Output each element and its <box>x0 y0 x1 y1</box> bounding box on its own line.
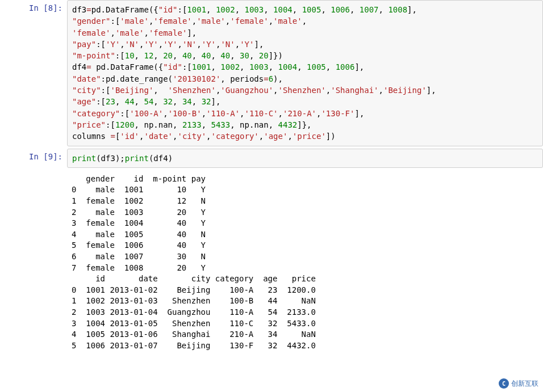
code-input-8[interactable]: df3=pd.DataFrame({"id":[1001, 1002, 1003… <box>67 0 543 146</box>
output-cell-9: gender id m-point pay 0 male 1001 10 Y 1… <box>0 170 543 355</box>
code-cell-9: In [9]: print(df3);print(df4) <box>0 149 543 168</box>
prompt-8: In [8]: <box>0 0 67 146</box>
code-cell-8: In [8]: df3=pd.DataFrame({"id":[1001, 10… <box>0 0 543 146</box>
code-input-9[interactable]: print(df3);print(df4) <box>67 149 543 168</box>
output-prompt-9 <box>0 170 67 355</box>
output-text-9: gender id m-point pay 0 male 1001 10 Y 1… <box>67 170 543 355</box>
prompt-9: In [9]: <box>0 149 67 168</box>
